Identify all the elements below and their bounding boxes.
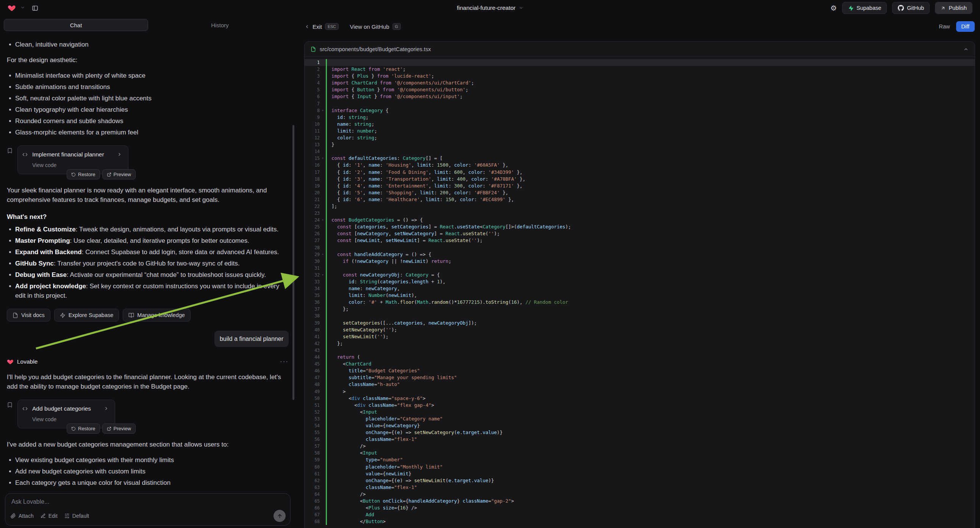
code-line[interactable]: 41 setNewLimit(''); xyxy=(305,333,975,340)
code-line[interactable]: 64 /> xyxy=(305,491,975,498)
send-button[interactable] xyxy=(274,510,286,522)
code-line[interactable]: 59 type="number" xyxy=(305,456,975,463)
code-line[interactable]: 24▾const BudgetCategories = () => { xyxy=(305,217,975,223)
code-line[interactable]: 15▾const defaultCategories: Category[] =… xyxy=(305,155,975,162)
code-line[interactable]: 29▾ const handleAddCategory = () => { xyxy=(305,251,975,258)
code-line[interactable]: 23 xyxy=(305,210,975,217)
code-line[interactable]: 2import React from 'react'; xyxy=(305,66,975,73)
code-line[interactable]: 49 > xyxy=(305,388,975,395)
code-line[interactable]: 32▾ const newCategoryObj: Category = { xyxy=(305,272,975,278)
code-line[interactable]: 48 className="h-auto" xyxy=(305,381,975,388)
code-line[interactable]: 39 setCategories([...categories, newCate… xyxy=(305,320,975,326)
code-line[interactable]: 40 setNewCategory(''); xyxy=(305,326,975,333)
bookmark-icon[interactable] xyxy=(7,148,13,154)
code-line[interactable]: 6import { Input } from '@/components/ui/… xyxy=(305,93,975,100)
code-line[interactable]: 65 <Button onClick={handleAddCategory} c… xyxy=(305,498,975,504)
code-line[interactable]: 38 xyxy=(305,312,975,319)
code-line[interactable]: 18 { id: '3', name: 'Transportation', li… xyxy=(305,176,975,183)
code-line[interactable]: 11 limit: number; xyxy=(305,128,975,134)
code-line[interactable]: 16 { id: '1', name: 'Housing', limit: 15… xyxy=(305,162,975,169)
code-line[interactable]: 60 placeholder="Monthly limit" xyxy=(305,464,975,471)
code-line[interactable]: 62 onChange={(e) => setNewLimit(e.target… xyxy=(305,477,975,484)
workspace-chevron-down-icon[interactable] xyxy=(21,5,25,11)
code-line[interactable]: 31 xyxy=(305,265,975,272)
chat-scrollbar[interactable] xyxy=(293,125,294,400)
manage-knowledge-button[interactable]: Manage knowledge xyxy=(123,309,191,321)
code-line[interactable]: 30 if (!newCategory || !newLimit) return… xyxy=(305,258,975,265)
code-line[interactable]: 21 { id: '6', name: 'Healthcare', limit:… xyxy=(305,196,975,203)
code-line[interactable]: 54 value={newCategory} xyxy=(305,422,975,429)
code-line[interactable]: 36 color: '#' + Math.floor(Math.random()… xyxy=(305,299,975,306)
code-line[interactable]: 58 <Input xyxy=(305,450,975,456)
code-line[interactable]: 45 <ChartCard xyxy=(305,361,975,367)
code-line[interactable]: 66 <Plus size={16} /> xyxy=(305,504,975,511)
code-line[interactable]: 26 const [newCategory, setNewCategory] =… xyxy=(305,230,975,237)
code-line[interactable]: 17 { id: '2', name: 'Food & Dining', lim… xyxy=(305,169,975,176)
code-line[interactable]: 19 { id: '4', name: 'Entertainment', lim… xyxy=(305,183,975,189)
visit-docs-button[interactable]: Visit docs xyxy=(7,309,50,321)
view-code-link[interactable]: View code xyxy=(32,161,104,170)
code-line[interactable]: 50 <div className="space-y-6"> xyxy=(305,395,975,402)
code-line[interactable]: 8▾interface Category { xyxy=(305,107,975,114)
code-line[interactable]: 13} xyxy=(305,141,975,148)
sidebar-toggle-icon[interactable] xyxy=(32,5,38,11)
file-header[interactable]: src/components/budget/BudgetCategories.t… xyxy=(305,42,975,57)
code-line[interactable]: 35 limit: Number(newLimit), xyxy=(305,292,975,299)
code-line[interactable]: 9 id: string; xyxy=(305,114,975,121)
code-line[interactable]: 42 }; xyxy=(305,340,975,347)
restore-button[interactable]: Restore xyxy=(67,169,100,180)
explore-supabase-button[interactable]: Explore Supabase xyxy=(54,309,119,321)
view-code-link[interactable]: View code xyxy=(32,415,91,424)
preview-button[interactable]: Preview xyxy=(102,169,135,180)
attach-button[interactable]: Attach xyxy=(11,513,34,519)
message-menu-icon[interactable]: ··· xyxy=(280,357,289,366)
edit-mode-button[interactable]: Edit xyxy=(41,513,57,519)
model-selector[interactable]: Default xyxy=(64,513,89,519)
code-line[interactable]: 33 id: String(categories.length + 1), xyxy=(305,278,975,285)
diff-toggle-button[interactable]: Diff xyxy=(956,21,975,32)
code-line[interactable]: 57 /> xyxy=(305,443,975,450)
code-line[interactable]: 22]; xyxy=(305,203,975,210)
supabase-button[interactable]: Supabase xyxy=(842,2,887,14)
exit-button[interactable]: Exit ESC xyxy=(305,23,339,30)
code-line[interactable]: 12 color: string; xyxy=(305,134,975,141)
preview-button[interactable]: Preview xyxy=(102,423,135,434)
code-line[interactable]: 25 const [categories, setCategories] = R… xyxy=(305,223,975,230)
collapse-chevron-up-icon[interactable] xyxy=(963,46,969,52)
restore-button[interactable]: Restore xyxy=(67,423,100,434)
tab-history[interactable]: History xyxy=(148,19,292,31)
publish-button[interactable]: Publish xyxy=(935,2,972,14)
view-on-github-button[interactable]: View on GitHub G xyxy=(350,23,401,30)
settings-gear-icon[interactable]: ⚙ xyxy=(830,5,837,12)
code-line[interactable]: 63 className="flex-1" xyxy=(305,484,975,491)
code-line[interactable]: 34 name: newCategory, xyxy=(305,285,975,292)
github-button[interactable]: GitHub xyxy=(892,2,930,14)
tab-chat[interactable]: Chat xyxy=(4,19,148,31)
code-line[interactable]: 52 <Input xyxy=(305,409,975,415)
code-line[interactable]: 43 xyxy=(305,347,975,354)
project-switcher[interactable]: financial-future-creator xyxy=(457,5,523,11)
code-line[interactable]: 1 xyxy=(305,59,975,66)
code-line[interactable]: 20 { id: '5', name: 'Shopping', limit: 2… xyxy=(305,189,975,196)
code-line[interactable]: 44 return ( xyxy=(305,354,975,361)
code-line[interactable]: 7 xyxy=(305,100,975,107)
code-line[interactable]: 4import ChartCard from '@/components/ui/… xyxy=(305,80,975,86)
code-line[interactable]: 28 xyxy=(305,244,975,251)
composer-input[interactable]: Ask Lovable... xyxy=(11,498,285,505)
chat-composer[interactable]: Ask Lovable... Attach Edit Default xyxy=(5,493,291,526)
lovable-logo-icon[interactable] xyxy=(8,4,16,12)
code-line[interactable]: 27 const [newLimit, setNewLimit] = React… xyxy=(305,237,975,244)
code-line[interactable]: 37 }; xyxy=(305,306,975,312)
code-line[interactable]: 67 Add xyxy=(305,511,975,518)
code-line[interactable]: 46 title="Budget Categories" xyxy=(305,367,975,374)
code-line[interactable]: 55 onChange={(e) => setNewCategory(e.tar… xyxy=(305,429,975,436)
raw-toggle-button[interactable]: Raw xyxy=(939,24,950,30)
code-line[interactable]: 68 </Button> xyxy=(305,518,975,525)
code-line[interactable]: 10 name: string; xyxy=(305,121,975,128)
code-line[interactable]: 61 value={newLimit} xyxy=(305,471,975,477)
code-line[interactable]: 14 xyxy=(305,148,975,155)
code-line[interactable]: 47 subtitle="Manage your spending limits… xyxy=(305,374,975,381)
code-line[interactable]: 3import { Plus } from 'lucide-react'; xyxy=(305,73,975,80)
code-line[interactable]: 51 <div className="flex gap-4"> xyxy=(305,402,975,409)
code-line[interactable]: 5import { Button } from '@/components/ui… xyxy=(305,86,975,93)
